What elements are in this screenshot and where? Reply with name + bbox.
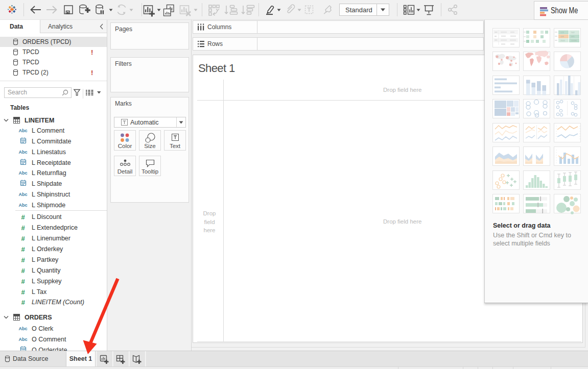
svg-text:123: 123 (560, 31, 564, 34)
svg-text:542: 542 (571, 31, 575, 34)
svg-text:Automatic: Automatic (130, 119, 159, 126)
svg-text:Standard: Standard (345, 6, 372, 14)
svg-text:10580: 10580 (571, 39, 577, 42)
svg-text:2505: 2505 (560, 39, 566, 42)
svg-text:448: 448 (560, 35, 564, 38)
svg-text:685: 685 (571, 35, 575, 38)
